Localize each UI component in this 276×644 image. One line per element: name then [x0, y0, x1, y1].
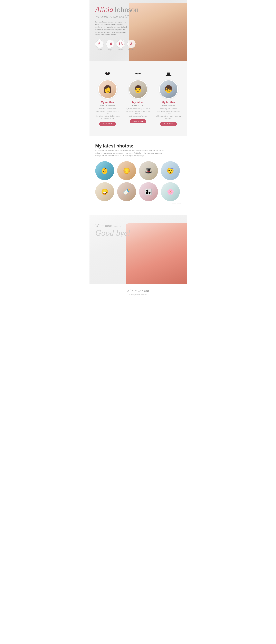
family-members: 👩 My mother Miranda Johnson My mother ga…: [92, 68, 184, 129]
family-member-desc: My father is very strong and brave.He al…: [126, 108, 150, 117]
family-member-mustache: 👨 My father Richard Johnson My father is…: [123, 68, 153, 129]
photo-navigation: ‹ ›: [95, 203, 181, 207]
countdown-label: Days: [108, 49, 112, 50]
family-member-lips: 👩 My mother Miranda Johnson My mother ga…: [92, 68, 123, 129]
countdown-bubble: 13: [116, 40, 125, 48]
countdown-number: 3: [130, 42, 132, 46]
countdown-bubble: 6: [95, 40, 104, 48]
footer-name: Alicia Jonson: [92, 288, 184, 293]
read-more-button[interactable]: READ MORE: [99, 122, 116, 126]
read-more-button[interactable]: READ MORE: [160, 122, 177, 126]
family-member-name: My father: [132, 101, 144, 104]
read-more-button[interactable]: READ MORE: [130, 119, 146, 124]
photo-grid: 👶😊🎩😴😄🍼👩‍👧🌸: [95, 161, 181, 201]
photo-item: 🍼: [117, 182, 136, 201]
countdown-item: 6 Months: [95, 40, 104, 50]
family-member-fullname: Miranda Johnson: [100, 104, 115, 106]
hat-icon: [165, 71, 172, 78]
photo-prev-button[interactable]: ‹: [172, 203, 176, 207]
family-section: 👩 My mother Miranda Johnson My mother ga…: [90, 61, 187, 136]
hero-description: I am a girl! Look how cute I am. My name…: [95, 21, 127, 36]
footer-copyright: © 2015 | All rights reserved.: [92, 294, 184, 296]
hero-subtitle: welcome to the world!: [95, 14, 139, 18]
countdown-bubble: 10: [106, 40, 114, 48]
countdown-label: Hours: [118, 49, 123, 50]
family-member-desc: This is my elder brother.He is bubbling …: [156, 108, 181, 120]
photos-title: My latest photos:: [95, 143, 181, 149]
countdown-number: 13: [118, 42, 123, 46]
photo-item: 🌸: [161, 182, 180, 201]
countdown-label: Months: [97, 49, 102, 50]
countdown-item: 10 Days: [106, 40, 114, 50]
countdown-label: Minutes: [128, 49, 134, 50]
hero-title-first: Alicia: [95, 5, 113, 14]
photo-item: 👶: [95, 161, 114, 180]
family-avatar: 👩: [98, 80, 117, 98]
photo-item: 🎩: [139, 161, 158, 180]
photo-next-button[interactable]: ›: [177, 203, 181, 207]
countdown-number: 10: [108, 42, 112, 46]
family-member-fullname: Denis Johnson: [162, 104, 175, 106]
family-avatar: 👨: [129, 80, 148, 98]
family-member-name: My mother: [101, 101, 114, 104]
hero-title-second: Johnson: [114, 5, 138, 14]
mustache-icon: [135, 71, 141, 78]
photo-item: 😄: [95, 182, 114, 201]
photos-section: My latest photos: Look through my amazin…: [90, 136, 187, 215]
countdown: 6 Months 10 Days 13 Hours 3 Minutes: [95, 40, 139, 50]
family-member-fullname: Richard Johnson: [131, 104, 145, 106]
family-member-desc: My mother gave me birth.She inspires me …: [95, 108, 120, 120]
goodbye-subtitle: Wiew more later: [95, 223, 139, 228]
footer: Alicia Jonson © 2015 | All rights reserv…: [90, 284, 187, 298]
countdown-number: 6: [98, 42, 100, 46]
photo-item: 👩‍👧: [139, 182, 158, 201]
family-avatar: 👦: [159, 80, 178, 98]
family-member-name: My brother: [162, 101, 175, 104]
photo-item: 😊: [117, 161, 136, 180]
goodbye-title: Good bye!: [95, 229, 139, 237]
photo-item: 😴: [161, 161, 180, 180]
countdown-item: 3 Minutes: [127, 40, 136, 50]
hero-section: Alicia Johnson welcome to the world! I a…: [90, 0, 187, 61]
lips-icon: [104, 71, 111, 78]
photos-description: Look through my amazing photos. Discover…: [95, 149, 168, 157]
goodbye-section: Wiew more later Good bye!: [90, 214, 187, 284]
countdown-item: 13 Hours: [116, 40, 125, 50]
countdown-bubble: 3: [127, 40, 136, 48]
svg-rect-2: [167, 73, 170, 74]
family-member-hat: 👦 My brother Denis Johnson This is my el…: [153, 68, 184, 129]
